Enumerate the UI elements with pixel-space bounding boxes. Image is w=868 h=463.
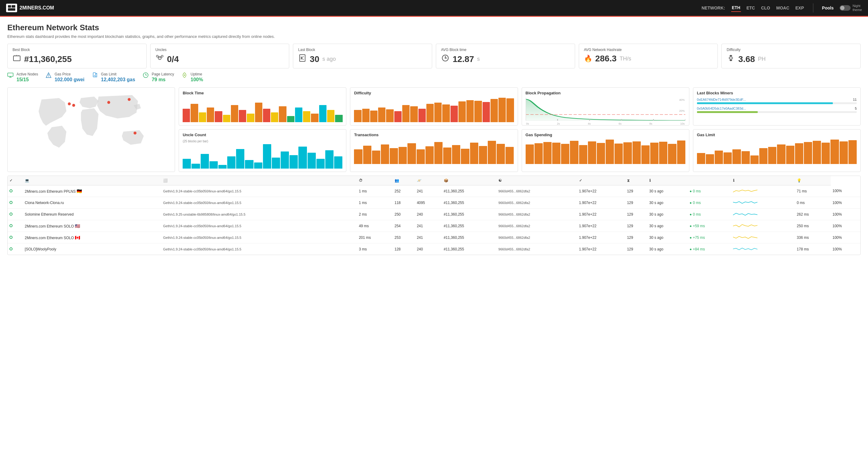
row-pending: 4095	[415, 197, 442, 209]
bar	[247, 114, 254, 122]
row-peers: 253	[393, 232, 415, 243]
uptime-value: 100%	[191, 77, 203, 83]
avg-block-icon	[441, 54, 450, 64]
bar	[491, 99, 498, 122]
miner-bar-track-1	[697, 102, 857, 104]
bar	[615, 144, 623, 164]
row-propagation: ● +75 ms	[688, 232, 731, 243]
chart-transactions-area	[354, 140, 514, 164]
row-peers: 254	[393, 220, 415, 232]
miner-address-1[interactable]: 0xEA674fdDe714fd979de3EdF...	[697, 98, 857, 101]
row-uncle-count: 129	[625, 209, 648, 220]
bar	[303, 111, 310, 122]
miner-bar-fill-1	[697, 102, 833, 104]
chart-block-time-title: Block Time	[183, 91, 342, 95]
bar	[534, 143, 543, 164]
sparkline-svg	[733, 234, 757, 240]
row-peers: 250	[393, 209, 415, 220]
bar	[733, 149, 741, 164]
bar	[381, 145, 389, 164]
table-row: Clona Network-Clona.ru Geth/v1.9.24-stab…	[8, 197, 860, 209]
row-sparkline	[731, 197, 795, 209]
night-theme-toggle[interactable]: Nighttheme	[840, 4, 862, 12]
prop-badge: ● 0 ms	[690, 212, 701, 217]
bar	[386, 109, 393, 122]
bar	[245, 160, 253, 168]
prop-x-4: 4s	[588, 122, 591, 125]
bar	[183, 159, 191, 168]
row-status	[8, 197, 23, 209]
row-block-hash: 9660d455...6862dfa2	[497, 197, 577, 209]
latency-icon: ⏱	[359, 178, 363, 183]
row-latency: 1 ms	[357, 185, 393, 197]
gas-price-value: 102.000 gwei	[55, 77, 85, 83]
chart-gas-limit-title: Gas Limit	[697, 132, 857, 137]
svg-point-22	[48, 76, 49, 77]
chart-difficulty-title: Difficulty	[354, 91, 514, 95]
gas-price-content: Gas Price 102.000 gwei	[55, 72, 85, 83]
stat-card-hashrate: AVG Network Hashrate 🔥 286.3 TH/s	[579, 44, 718, 68]
table-row: 2Miners.com Ethereum PPLNS 🇩🇪 Geth/v1.9.…	[8, 185, 860, 197]
row-block: #11,360,255	[442, 243, 497, 255]
logo-text: 2MINERS.COM	[20, 5, 54, 11]
col-header-prop: ℹ	[648, 176, 688, 185]
miner-item-2: 5 0x5A0b54D5dc17e0AadC383d...	[697, 106, 857, 113]
row-block: #11,360,255	[442, 232, 497, 243]
bar	[697, 153, 705, 164]
nav-etc[interactable]: ETC	[746, 4, 755, 11]
row-sparkline	[731, 185, 795, 197]
nav-exp[interactable]: EXP	[795, 4, 804, 11]
toggle-switch[interactable]	[840, 5, 850, 11]
nav-moac[interactable]: MOAC	[776, 4, 790, 11]
prop-x-8: 8s	[649, 122, 652, 125]
node-table-body: 2Miners.com Ethereum PPLNS 🇩🇪 Geth/v1.9.…	[8, 185, 860, 255]
bar	[443, 148, 452, 164]
stat-card-last-block-value: 30 s ago	[298, 54, 427, 64]
bar	[289, 155, 298, 168]
row-client: Geth/v1.9.24-stable-cc05b050/linux-amd64…	[161, 243, 357, 255]
bar	[191, 104, 198, 122]
hashrate-number: 286.3	[595, 54, 617, 64]
row-latency: 1 ms	[357, 197, 393, 209]
block-icon: 📦	[444, 178, 448, 183]
prop-badge: ● +84 ms	[690, 247, 705, 251]
row-sparkline	[731, 209, 795, 220]
bar	[370, 111, 377, 122]
col-header-block: 📦	[442, 176, 497, 185]
row-client: Geth/v1.9.24-stable-cc05b050/linux-amd64…	[161, 197, 357, 209]
uptime-icon: 💡	[797, 178, 801, 183]
nav-clo[interactable]: CLO	[761, 4, 771, 11]
col-header-pending: 🪐	[415, 176, 442, 185]
prop-x-0: 0s	[526, 122, 529, 125]
status-dot	[9, 224, 12, 227]
logo[interactable]: 2MINERS.COM	[6, 4, 54, 12]
diff-icon: ☯	[498, 178, 502, 183]
bar	[641, 145, 650, 164]
page-content: Ethereum Network Stats Ethereum stats da…	[0, 17, 868, 261]
chart-transactions: Transactions	[350, 129, 518, 172]
pools-link[interactable]: Pools	[822, 5, 834, 10]
row-pending: 241	[415, 220, 442, 232]
svg-point-39	[107, 101, 110, 104]
bar	[606, 140, 614, 164]
bar	[299, 147, 307, 168]
info-card-gas-price: Gas Price 102.000 gwei	[45, 72, 85, 83]
bar	[231, 105, 238, 122]
bar	[632, 142, 641, 164]
stat-cards-row: Best Block #11,360,255 Uncles 0/4 Last B…	[7, 44, 861, 68]
bar	[378, 107, 385, 122]
best-block-value: #11,360,255	[24, 54, 72, 64]
bar	[750, 155, 759, 164]
col-header-status: ✓	[8, 176, 23, 185]
miner-count-2: 5	[855, 106, 857, 110]
miner-address-2[interactable]: 0x5A0b54D5dc17e0AadC383d...	[697, 106, 857, 110]
bar	[488, 141, 496, 164]
col-header-difficulty: ☯	[497, 176, 577, 185]
stat-card-uncles: Uncles 0/4	[150, 44, 289, 68]
info-cards-row: Active Nodes 15/15 Gas Price 102.000 gwe…	[7, 72, 861, 83]
prop-badge: ● +75 ms	[690, 236, 705, 240]
row-uptime: 100%	[831, 209, 860, 220]
bar	[723, 152, 732, 164]
row-difficulty: 1.907e+22	[577, 209, 625, 220]
nav-eth[interactable]: ETH	[731, 4, 741, 12]
